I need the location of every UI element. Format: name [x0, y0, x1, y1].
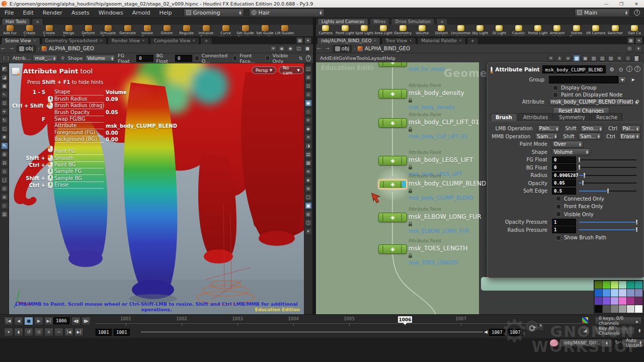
visualizer-icon[interactable]: ◈ [305, 176, 312, 184]
pane-menu-icon[interactable]: ▾ [635, 45, 642, 52]
palette-swatch[interactable] [635, 297, 642, 305]
show-guides-icon[interactable]: ◪ [1, 74, 8, 81]
sort-icon[interactable]: ⇅ [298, 55, 303, 62]
param-select[interactable]: Sam...▲▼ [578, 133, 601, 140]
palette-swatch[interactable] [627, 281, 634, 289]
shelf-tool-camera[interactable]: Camera [316, 25, 335, 36]
pane-tab-add[interactable]: + [467, 37, 479, 44]
param-checkbox[interactable] [556, 212, 561, 217]
menu-arnold[interactable]: Arnold [128, 10, 155, 16]
param-checkbox[interactable] [556, 196, 561, 201]
tab-recache[interactable]: Recache [591, 113, 622, 121]
slider-handle[interactable] [635, 219, 638, 225]
current-frame-field[interactable]: 1006 [53, 317, 69, 324]
param-select[interactable]: Sam...▲▼ [535, 133, 558, 140]
slider-handle[interactable] [607, 188, 609, 194]
layout-quad-icon[interactable]: ⊞ [305, 74, 312, 81]
display-points-icon[interactable]: ⊙ [305, 91, 312, 98]
net-menu-view[interactable]: View [345, 55, 357, 61]
pane-tab-geometry-spreadsheet[interactable]: Geometry Spreadsheet✕ [41, 37, 107, 44]
param-value-field[interactable]: 1 [552, 219, 576, 226]
palette-swatch[interactable] [595, 297, 602, 305]
palette-swatch[interactable] [619, 281, 626, 289]
shelf-tab-add[interactable]: + [32, 18, 43, 25]
material-flag-icon[interactable]: ▤ [305, 151, 312, 158]
range-start-field[interactable]: 1001 [96, 329, 112, 336]
lighting-icon[interactable]: ☀ [305, 134, 312, 141]
palette-swatch[interactable] [595, 281, 602, 289]
param-slider[interactable] [579, 164, 636, 171]
shelf-tool-portal-light[interactable]: Portal Light [528, 25, 547, 36]
view-pan-icon[interactable]: ◎ [1, 185, 8, 192]
scene-viewport[interactable]: Persp▼ No cam▼ Attribute Paint tool Pres… [9, 63, 304, 314]
pose-tool-icon[interactable]: ✱ [1, 134, 8, 141]
param-slider[interactable] [579, 188, 636, 195]
info-icon[interactable]: ⓘ [305, 219, 312, 226]
display-options-icon[interactable]: ▣ [305, 202, 312, 209]
group-list-icon[interactable]: ≡ [305, 168, 312, 175]
net-menu-edit[interactable]: Edit [329, 55, 338, 61]
pane-tab-scene-view[interactable]: Scene View✕ [1, 37, 40, 44]
display-shaded-icon[interactable]: ◉ [305, 100, 312, 107]
camera-select[interactable]: No cam▼ [279, 66, 304, 74]
slider-handle[interactable] [582, 180, 584, 186]
info-icon[interactable]: i [626, 66, 632, 72]
network-node-msk_TOES_LENGTH[interactable]: ◈ [378, 244, 407, 254]
display-normals-icon[interactable]: ✛ [305, 117, 312, 124]
forward-icon[interactable]: → [8, 46, 14, 51]
shelf-tab-drive-simulation[interactable]: Drive Simulation [391, 18, 435, 25]
display-uv-icon[interactable]: ◆ [305, 125, 312, 132]
palette-swatch[interactable] [611, 289, 618, 297]
list-view-icon[interactable]: ≡ [565, 55, 572, 62]
snap-point-icon[interactable]: ⊙ [1, 168, 8, 175]
param-slider[interactable] [579, 172, 636, 179]
close-tab-icon[interactable]: ✕ [33, 39, 36, 43]
display-group-checkbox[interactable] [553, 85, 558, 90]
shelf-tool-lift-guides[interactable]: Lift Guides [275, 25, 294, 36]
visible-only-checkbox[interactable] [266, 56, 270, 61]
attribute-select[interactable]: msk_body_CLUMP_BLEND (Float) ▲▼ [549, 99, 633, 106]
palette-swatch[interactable] [611, 281, 618, 289]
tree-view-icon[interactable]: ⋔ [556, 55, 563, 62]
path-node-name[interactable]: ALPHA_BIND_GEO [365, 46, 410, 51]
help-icon[interactable]: ? [634, 10, 640, 16]
prev-frame-button[interactable]: ◀▮ [71, 317, 80, 325]
network-node-msk_body_CLUMP_BLEND[interactable]: ◈ [378, 179, 407, 189]
minimize-button[interactable]: — [599, 2, 614, 7]
select-tool-icon[interactable]: ↖ [1, 91, 8, 98]
path-root-chip[interactable]: obj [333, 45, 352, 52]
tick-marks-icon[interactable]: ıı [44, 328, 53, 336]
snapshot-camera-icon[interactable]: ◙ [633, 55, 640, 62]
next-key-icon[interactable]: ▶| [74, 328, 84, 336]
render-region-icon[interactable]: ▥ [1, 211, 8, 218]
jump-end-button[interactable]: ▶| [44, 317, 53, 325]
shelf-tool-gan-ca[interactable]: Gan Ca [625, 25, 644, 36]
pane-tab-render-view[interactable]: Render View✕ [108, 37, 149, 44]
net-menu-go[interactable]: Go [339, 55, 345, 61]
palette-swatch[interactable] [611, 305, 618, 313]
shelf-icon[interactable]: ≋ [616, 55, 623, 62]
menu-assets[interactable]: Assets [67, 10, 94, 16]
param-value-field[interactable]: 0.05 [552, 179, 576, 187]
menu-render[interactable]: Render [38, 10, 67, 16]
param-slider[interactable] [579, 179, 636, 187]
back-icon[interactable]: ← [316, 46, 322, 51]
maximize-pane-icon[interactable]: ■ [304, 45, 311, 52]
palette-swatch[interactable] [603, 281, 610, 289]
palette-swatch[interactable] [603, 305, 610, 313]
param-select[interactable]: Smo...▲▼ [580, 125, 603, 132]
param-value-field[interactable]: 0 [552, 164, 576, 171]
pane-tab-add[interactable]: + [200, 37, 212, 44]
palette-swatch[interactable] [595, 305, 602, 313]
palette-swatch[interactable] [635, 305, 642, 313]
pane-tab--obj-alpha-bind-geo[interactable]: /obj/ALPHA_BIND_GEO✕ [317, 37, 380, 44]
view-dolly-icon[interactable]: ◇ [1, 202, 8, 209]
close-tab-icon[interactable]: ✕ [100, 39, 103, 43]
camera-lock-icon[interactable]: ⊡ [305, 82, 312, 89]
pin-icon[interactable]: ✛ [270, 45, 277, 52]
snap-grid-icon[interactable]: ⊞ [1, 151, 8, 158]
group-dropdown-icon[interactable]: ▾ [618, 76, 626, 83]
palette-swatch[interactable] [635, 289, 642, 297]
scale-tool-icon[interactable]: ◱ [1, 125, 8, 132]
pane-tab-material-palette[interactable]: Material Palette✕ [417, 37, 465, 44]
